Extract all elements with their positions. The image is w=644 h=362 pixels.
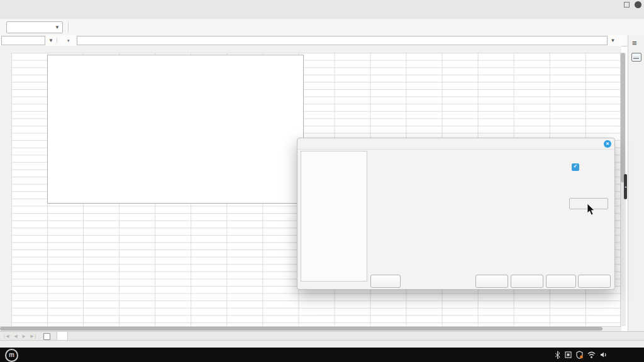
- finish-button[interactable]: [578, 275, 611, 288]
- toolbar: ▼: [0, 19, 644, 36]
- mouse-cursor: [587, 204, 596, 216]
- previous-sheet-icon[interactable]: ◀: [11, 334, 19, 339]
- taskbar: m: [0, 348, 644, 362]
- window-titlebar: [0, 0, 644, 9]
- volume-icon[interactable]: [600, 351, 608, 358]
- back-button[interactable]: [475, 275, 508, 288]
- window-controls: [619, 1, 641, 9]
- wifi-icon[interactable]: [587, 351, 596, 358]
- dialog-title: [297, 138, 614, 150]
- first-sheet-icon[interactable]: ❘◀: [0, 334, 11, 339]
- next-sheet-icon[interactable]: ▶: [19, 334, 28, 339]
- sidebar-hide-grip[interactable]: ◂: [624, 174, 627, 199]
- chevron-down-icon: ▼: [55, 25, 60, 30]
- expand-formula-bar-icon[interactable]: ▼: [608, 38, 618, 43]
- sidebar-menu-icon[interactable]: ≡: [632, 38, 637, 48]
- pie-chart[interactable]: [101, 93, 250, 180]
- close-button[interactable]: [635, 1, 641, 8]
- help-button[interactable]: [370, 275, 401, 288]
- sheet-tab-bar: ❘◀ ◀ ▶ ▶❘: [0, 331, 644, 341]
- system-tray: [555, 348, 608, 362]
- sidebar-properties-icon[interactable]: [631, 53, 641, 62]
- horizontal-scrollbar-thumb[interactable]: [0, 327, 602, 331]
- row-headers: [0, 53, 12, 326]
- vertical-scrollbar-thumb[interactable]: [621, 53, 625, 182]
- toolbar-separator: [68, 22, 69, 32]
- bluetooth-icon[interactable]: [555, 351, 560, 359]
- sum-dropdown-icon[interactable]: ▾: [66, 38, 71, 43]
- menubar: [0, 9, 644, 19]
- dialog-step-list: [301, 151, 367, 282]
- desktop: ▼ ▼ ▾ ▼ ◂ ≡ ✕: [0, 0, 644, 362]
- formula-input[interactable]: [77, 36, 608, 45]
- next-button[interactable]: [511, 275, 543, 288]
- mint-menu-icon[interactable]: m: [5, 349, 18, 362]
- show-legend-option[interactable]: [572, 163, 582, 171]
- formula-bar: ▼ ▾ ▼: [0, 35, 644, 47]
- add-sheet-icon[interactable]: [43, 333, 50, 340]
- selection-combobox[interactable]: ▼: [6, 21, 63, 33]
- maximize-button[interactable]: [624, 2, 630, 8]
- last-sheet-icon[interactable]: ▶❘: [28, 334, 39, 339]
- dialog-close-icon[interactable]: ✕: [604, 140, 611, 148]
- name-box-dropdown-icon[interactable]: ▼: [45, 38, 57, 43]
- sidebar-strip: ≡: [628, 35, 644, 331]
- chart-object[interactable]: [47, 55, 304, 204]
- name-box[interactable]: [1, 36, 45, 45]
- shield-icon[interactable]: [576, 351, 583, 359]
- chart-elements-dialog: ✕: [297, 138, 615, 290]
- checkbox-checked-icon[interactable]: [572, 163, 579, 171]
- package-icon[interactable]: [565, 351, 572, 358]
- cancel-button[interactable]: [546, 275, 576, 288]
